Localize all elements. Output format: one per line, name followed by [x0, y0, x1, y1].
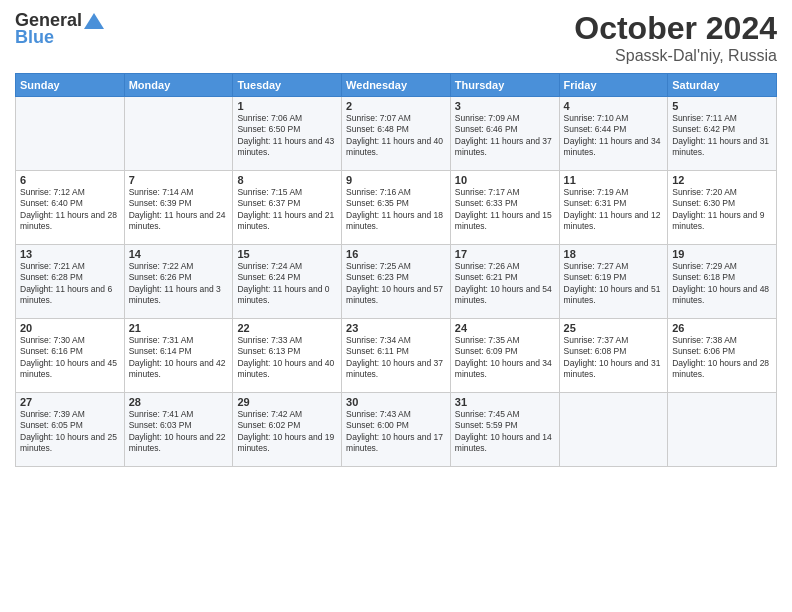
day-number: 1 [237, 100, 337, 112]
day-number: 10 [455, 174, 555, 186]
calendar-cell: 2Sunrise: 7:07 AMSunset: 6:48 PMDaylight… [342, 97, 451, 171]
day-info: Sunrise: 7:35 AMSunset: 6:09 PMDaylight:… [455, 335, 555, 381]
calendar-cell: 7Sunrise: 7:14 AMSunset: 6:39 PMDaylight… [124, 171, 233, 245]
day-number: 24 [455, 322, 555, 334]
day-info: Sunrise: 7:27 AMSunset: 6:19 PMDaylight:… [564, 261, 664, 307]
day-info: Sunrise: 7:30 AMSunset: 6:16 PMDaylight:… [20, 335, 120, 381]
logo-blue-text: Blue [15, 27, 54, 48]
day-info: Sunrise: 7:42 AMSunset: 6:02 PMDaylight:… [237, 409, 337, 455]
day-header-monday: Monday [124, 74, 233, 97]
day-info: Sunrise: 7:12 AMSunset: 6:40 PMDaylight:… [20, 187, 120, 233]
calendar-cell: 17Sunrise: 7:26 AMSunset: 6:21 PMDayligh… [450, 245, 559, 319]
day-info: Sunrise: 7:10 AMSunset: 6:44 PMDaylight:… [564, 113, 664, 159]
calendar-cell [124, 97, 233, 171]
calendar-cell: 18Sunrise: 7:27 AMSunset: 6:19 PMDayligh… [559, 245, 668, 319]
calendar-cell: 19Sunrise: 7:29 AMSunset: 6:18 PMDayligh… [668, 245, 777, 319]
calendar-cell [16, 97, 125, 171]
day-number: 6 [20, 174, 120, 186]
day-info: Sunrise: 7:39 AMSunset: 6:05 PMDaylight:… [20, 409, 120, 455]
day-header-friday: Friday [559, 74, 668, 97]
day-number: 7 [129, 174, 229, 186]
day-info: Sunrise: 7:15 AMSunset: 6:37 PMDaylight:… [237, 187, 337, 233]
calendar-cell: 14Sunrise: 7:22 AMSunset: 6:26 PMDayligh… [124, 245, 233, 319]
day-number: 9 [346, 174, 446, 186]
day-info: Sunrise: 7:26 AMSunset: 6:21 PMDaylight:… [455, 261, 555, 307]
calendar-cell: 15Sunrise: 7:24 AMSunset: 6:24 PMDayligh… [233, 245, 342, 319]
calendar-week-row: 13Sunrise: 7:21 AMSunset: 6:28 PMDayligh… [16, 245, 777, 319]
day-info: Sunrise: 7:41 AMSunset: 6:03 PMDaylight:… [129, 409, 229, 455]
day-number: 26 [672, 322, 772, 334]
day-info: Sunrise: 7:06 AMSunset: 6:50 PMDaylight:… [237, 113, 337, 159]
calendar-cell: 26Sunrise: 7:38 AMSunset: 6:06 PMDayligh… [668, 319, 777, 393]
calendar-cell: 22Sunrise: 7:33 AMSunset: 6:13 PMDayligh… [233, 319, 342, 393]
calendar-table: SundayMondayTuesdayWednesdayThursdayFrid… [15, 73, 777, 467]
calendar-header-row: SundayMondayTuesdayWednesdayThursdayFrid… [16, 74, 777, 97]
calendar-week-row: 20Sunrise: 7:30 AMSunset: 6:16 PMDayligh… [16, 319, 777, 393]
day-number: 3 [455, 100, 555, 112]
calendar-week-row: 1Sunrise: 7:06 AMSunset: 6:50 PMDaylight… [16, 97, 777, 171]
day-header-tuesday: Tuesday [233, 74, 342, 97]
day-number: 20 [20, 322, 120, 334]
calendar-cell: 30Sunrise: 7:43 AMSunset: 6:00 PMDayligh… [342, 393, 451, 467]
day-info: Sunrise: 7:24 AMSunset: 6:24 PMDaylight:… [237, 261, 337, 307]
day-info: Sunrise: 7:34 AMSunset: 6:11 PMDaylight:… [346, 335, 446, 381]
day-info: Sunrise: 7:45 AMSunset: 5:59 PMDaylight:… [455, 409, 555, 455]
calendar-cell: 25Sunrise: 7:37 AMSunset: 6:08 PMDayligh… [559, 319, 668, 393]
day-info: Sunrise: 7:09 AMSunset: 6:46 PMDaylight:… [455, 113, 555, 159]
day-info: Sunrise: 7:33 AMSunset: 6:13 PMDaylight:… [237, 335, 337, 381]
calendar-cell: 9Sunrise: 7:16 AMSunset: 6:35 PMDaylight… [342, 171, 451, 245]
day-info: Sunrise: 7:37 AMSunset: 6:08 PMDaylight:… [564, 335, 664, 381]
day-info: Sunrise: 7:20 AMSunset: 6:30 PMDaylight:… [672, 187, 772, 233]
svg-marker-0 [84, 13, 104, 29]
day-info: Sunrise: 7:31 AMSunset: 6:14 PMDaylight:… [129, 335, 229, 381]
calendar-cell: 29Sunrise: 7:42 AMSunset: 6:02 PMDayligh… [233, 393, 342, 467]
page: General Blue October 2024 Spassk-Dal'niy… [0, 0, 792, 612]
calendar-cell: 24Sunrise: 7:35 AMSunset: 6:09 PMDayligh… [450, 319, 559, 393]
day-number: 4 [564, 100, 664, 112]
calendar-cell [559, 393, 668, 467]
location: Spassk-Dal'niy, Russia [574, 47, 777, 65]
day-number: 2 [346, 100, 446, 112]
day-info: Sunrise: 7:38 AMSunset: 6:06 PMDaylight:… [672, 335, 772, 381]
day-number: 8 [237, 174, 337, 186]
day-number: 27 [20, 396, 120, 408]
calendar-cell: 1Sunrise: 7:06 AMSunset: 6:50 PMDaylight… [233, 97, 342, 171]
day-number: 23 [346, 322, 446, 334]
calendar-cell: 5Sunrise: 7:11 AMSunset: 6:42 PMDaylight… [668, 97, 777, 171]
day-header-saturday: Saturday [668, 74, 777, 97]
calendar-cell: 11Sunrise: 7:19 AMSunset: 6:31 PMDayligh… [559, 171, 668, 245]
day-info: Sunrise: 7:29 AMSunset: 6:18 PMDaylight:… [672, 261, 772, 307]
day-number: 22 [237, 322, 337, 334]
logo-icon [84, 13, 104, 29]
calendar-cell: 16Sunrise: 7:25 AMSunset: 6:23 PMDayligh… [342, 245, 451, 319]
header: General Blue October 2024 Spassk-Dal'niy… [15, 10, 777, 65]
day-number: 30 [346, 396, 446, 408]
calendar-cell: 6Sunrise: 7:12 AMSunset: 6:40 PMDaylight… [16, 171, 125, 245]
day-header-sunday: Sunday [16, 74, 125, 97]
day-info: Sunrise: 7:21 AMSunset: 6:28 PMDaylight:… [20, 261, 120, 307]
month-title: October 2024 [574, 10, 777, 47]
calendar-cell: 31Sunrise: 7:45 AMSunset: 5:59 PMDayligh… [450, 393, 559, 467]
day-number: 21 [129, 322, 229, 334]
calendar-cell: 27Sunrise: 7:39 AMSunset: 6:05 PMDayligh… [16, 393, 125, 467]
day-number: 12 [672, 174, 772, 186]
day-number: 28 [129, 396, 229, 408]
day-info: Sunrise: 7:25 AMSunset: 6:23 PMDaylight:… [346, 261, 446, 307]
day-info: Sunrise: 7:11 AMSunset: 6:42 PMDaylight:… [672, 113, 772, 159]
day-number: 16 [346, 248, 446, 260]
calendar-cell: 4Sunrise: 7:10 AMSunset: 6:44 PMDaylight… [559, 97, 668, 171]
day-info: Sunrise: 7:43 AMSunset: 6:00 PMDaylight:… [346, 409, 446, 455]
day-number: 25 [564, 322, 664, 334]
day-info: Sunrise: 7:22 AMSunset: 6:26 PMDaylight:… [129, 261, 229, 307]
calendar-cell: 10Sunrise: 7:17 AMSunset: 6:33 PMDayligh… [450, 171, 559, 245]
calendar-week-row: 6Sunrise: 7:12 AMSunset: 6:40 PMDaylight… [16, 171, 777, 245]
logo: General Blue [15, 10, 104, 48]
day-info: Sunrise: 7:16 AMSunset: 6:35 PMDaylight:… [346, 187, 446, 233]
calendar-cell: 13Sunrise: 7:21 AMSunset: 6:28 PMDayligh… [16, 245, 125, 319]
calendar-week-row: 27Sunrise: 7:39 AMSunset: 6:05 PMDayligh… [16, 393, 777, 467]
day-header-thursday: Thursday [450, 74, 559, 97]
calendar-cell: 12Sunrise: 7:20 AMSunset: 6:30 PMDayligh… [668, 171, 777, 245]
day-number: 5 [672, 100, 772, 112]
day-number: 14 [129, 248, 229, 260]
day-number: 11 [564, 174, 664, 186]
